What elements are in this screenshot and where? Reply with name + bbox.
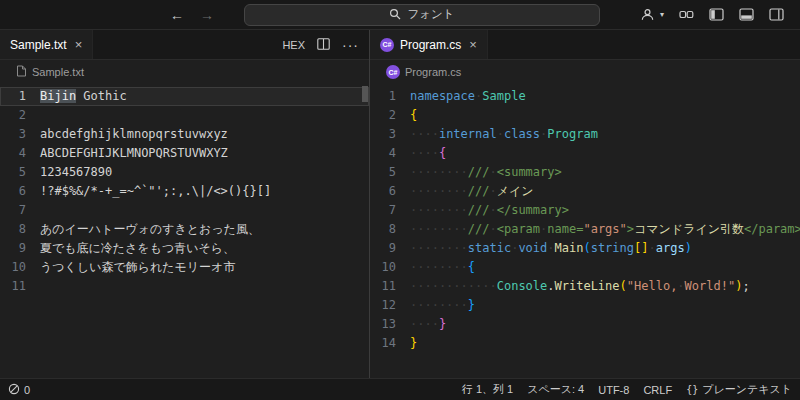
code-line[interactable]: 11············Console.WriteLine("Hello,·… [370,277,800,296]
line-number: 12 [370,296,396,315]
tab-label: Sample.txt [10,38,67,52]
code-line[interactable]: 4ABCDEFGHIJKLMNOPQRSTUVWXYZ [0,144,369,163]
code-line[interactable]: 3····internal·class·Program [370,125,800,144]
right-tabbar: C# Program.cs × [370,30,800,60]
code-line[interactable]: 1namespace·Sample [370,87,800,106]
right-editor[interactable]: 1namespace·Sample2{3····internal·class·P… [370,84,800,378]
editor-groups: Sample.txt × HEX ··· Sample.txt 1Bi [0,30,800,378]
tab-close-icon[interactable]: × [469,37,477,52]
code-line[interactable]: 5········///·<summary> [370,163,800,182]
line-number: 8 [0,220,26,239]
editor-group-left: Sample.txt × HEX ··· Sample.txt 1Bi [0,30,370,378]
code-text [26,277,40,296]
code-line[interactable]: 4····{ [370,144,800,163]
breadcrumb-item[interactable]: Sample.txt [32,66,84,78]
code-line[interactable]: 7 [0,201,369,220]
tab-close-icon[interactable]: × [75,37,83,52]
problems-status[interactable]: 0 [8,383,30,397]
statusbar-right: 行 1、列 1 スペース: 4 UTF-8 CRLF {} プレーンテキスト [462,382,792,397]
statusbar: 0 行 1、列 1 スペース: 4 UTF-8 CRLF {} プレーンテキスト [0,378,800,400]
code-line[interactable]: 14} [370,334,800,353]
encoding-status[interactable]: UTF-8 [598,384,629,396]
code-text [26,201,40,220]
profile-chevron-down-icon[interactable]: ▾ [660,10,664,19]
toggle-secondary-sidebar-icon[interactable] [769,8,784,21]
line-number: 5 [0,163,26,182]
tab-program-cs[interactable]: C# Program.cs × [370,30,488,59]
code-line[interactable]: 6········///·メイン [370,182,800,201]
line-number: 9 [0,239,26,258]
hex-button[interactable]: HEX [282,39,305,51]
forward-button[interactable]: → [200,7,214,23]
code-line[interactable]: 8········///·<param·name="args">コマンドライン引… [370,220,800,239]
line-number: 10 [0,258,26,277]
code-line[interactable]: 13····} [370,315,800,334]
line-number: 11 [0,277,26,296]
code-text: あのイーハトーヴォのすきとおった風、 [26,220,260,239]
titlebar: ← → フォント ▾ [0,0,800,30]
back-button[interactable]: ← [170,7,184,23]
code-line[interactable]: 8あのイーハトーヴォのすきとおった風、 [0,220,369,239]
code-text: ····{ [396,144,446,163]
code-line[interactable]: 6!?#$%&/*-+_=~^`"';:,.\|/<>(){}[] [0,182,369,201]
code-text: abcdefghijklmnopqrstuvwxyz [26,125,228,144]
code-text: 1234567890 [26,163,112,182]
toggle-panel-icon[interactable] [739,8,754,21]
code-text: ········///·<summary> [396,163,562,182]
more-actions-icon[interactable]: ··· [342,37,359,53]
code-line[interactable]: 11 [0,277,369,296]
line-number: 1 [0,87,26,106]
line-number: 5 [370,163,396,182]
line-number: 7 [370,201,396,220]
vscode-window: ← → フォント ▾ [0,0,800,400]
code-line[interactable]: 9夏でも底に冷たさをもつ青いそら、 [0,239,369,258]
copilot-icon[interactable] [679,8,694,21]
code-line[interactable]: 2{ [370,106,800,125]
line-number: 1 [370,87,396,106]
accounts-icon[interactable] [640,7,655,22]
left-tab-actions: HEX ··· [272,30,369,59]
line-number: 3 [370,125,396,144]
code-line[interactable]: 51234567890 [0,163,369,182]
language-mode-status[interactable]: {} プレーンテキスト [686,382,792,397]
indentation-status[interactable]: スペース: 4 [527,382,584,397]
search-icon [389,8,401,22]
breadcrumb-item[interactable]: Program.cs [405,66,461,78]
problems-icon [8,383,20,397]
line-number: 14 [370,334,396,353]
search-text: フォント [407,7,454,22]
left-editor-scrollbar[interactable] [362,86,368,102]
problems-count: 0 [24,384,30,396]
code-text: namespace·Sample [396,87,526,106]
code-line[interactable]: 1Bijin Gothic [0,87,369,106]
line-number: 10 [370,258,396,277]
code-line[interactable]: 7········///·</summary> [370,201,800,220]
code-text: ········///·メイン [396,182,534,201]
command-center-wrap: フォント [214,4,630,26]
code-text [26,106,40,125]
line-number: 13 [370,315,396,334]
code-line[interactable]: 2 [0,106,369,125]
code-line[interactable]: 9········static·void·Main(string[]·args) [370,239,800,258]
command-center-search[interactable]: フォント [244,4,600,26]
line-number: 8 [370,220,396,239]
line-number: 2 [0,106,26,125]
cursor-position-status[interactable]: 行 1、列 1 [462,382,513,397]
code-line[interactable]: 12········} [370,296,800,315]
code-line[interactable]: 10········{ [370,258,800,277]
code-line[interactable]: 3abcdefghijklmnopqrstuvwxyz [0,125,369,144]
editor-group-right: C# Program.cs × C# Program.cs 1namespace… [370,30,800,378]
code-text: ············Console.WriteLine("Hello,·Wo… [396,277,750,296]
eol-status[interactable]: CRLF [643,384,672,396]
line-number: 11 [370,277,396,296]
line-number: 3 [0,125,26,144]
left-editor-lines: 1Bijin Gothic23abcdefghijklmnopqrstuvwxy… [0,84,369,296]
left-editor[interactable]: 1Bijin Gothic23abcdefghijklmnopqrstuvwxy… [0,84,369,378]
line-number: 4 [0,144,26,163]
csharp-file-icon: C# [380,38,394,52]
tab-sample-txt[interactable]: Sample.txt × [0,30,93,59]
toggle-primary-sidebar-icon[interactable] [709,8,724,21]
split-editor-icon[interactable] [317,38,330,52]
code-line[interactable]: 10うつくしい森で飾られたモリーオ市 [0,258,369,277]
code-text: ········} [396,296,475,315]
